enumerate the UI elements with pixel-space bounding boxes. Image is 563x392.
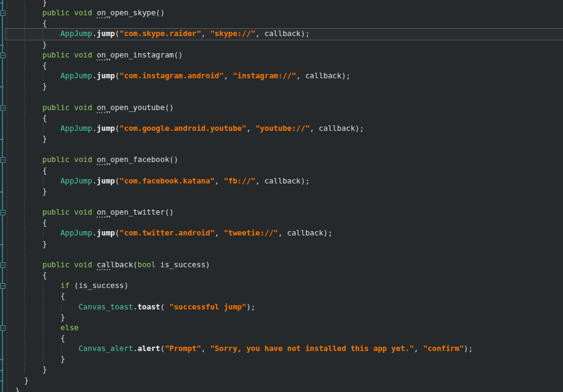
code-token: () [155,9,165,17]
code-line[interactable]: public void on_open_skype() [6,8,563,18]
code-line[interactable]: Canvas_alert.alert("Prompt", "Sorry, you… [6,344,563,354]
fold-end-marker [0,86,4,87]
fold-toggle-icon[interactable] [0,10,6,16]
code-token: AppJump [61,29,92,38]
code-line[interactable]: } [6,386,563,392]
code-line[interactable] [6,250,563,260]
code-token: . [92,177,97,185]
code-line[interactable]: } [6,0,563,8]
code-token: . [92,72,97,80]
code-token: "Prompt" [165,344,201,353]
code-line[interactable]: public void on_open_twitter() [6,207,563,218]
code-token: public [42,155,69,164]
code-line[interactable]: AppJump.jump("com.skype.raider", "skype:… [6,29,563,39]
fold-end-marker [0,2,4,4]
code-token [6,29,61,38]
code-line[interactable] [6,92,563,102]
code-token [6,124,61,133]
code-token: } [6,187,47,196]
folding-margin [0,0,6,392]
code-line[interactable]: } [6,40,563,50]
code-token [70,51,74,59]
fold-end-marker [0,139,4,140]
code-line[interactable]: AppJump.jump("com.google.android.youtube… [6,124,563,134]
code-token: { [6,271,47,279]
code-token [6,324,61,332]
code-line[interactable]: } [6,81,563,92]
code-line[interactable] [6,144,563,155]
code-token: , callback); [278,229,332,237]
code-line[interactable]: public void on_open_instagram() [6,50,563,61]
code-token: AppJump [61,124,92,133]
code-line[interactable]: AppJump.jump("com.twitter.android", "twe… [6,228,563,239]
code-token: } [6,40,47,49]
fold-end-marker [0,380,4,382]
code-line[interactable]: } [6,239,563,250]
code-line[interactable] [6,197,563,207]
code-line[interactable]: if (is_success) [6,281,563,291]
code-token [6,9,42,17]
code-line[interactable]: AppJump.jump("com.facebook.katana", "fb:… [6,176,563,187]
fold-end-marker [0,244,4,245]
fold-end-marker [0,370,4,371]
code-line[interactable]: { [6,333,563,344]
code-token: { [6,292,65,300]
code-token: public [42,51,69,59]
code-line[interactable]: public void callback(bool is_success) [6,260,563,270]
code-line[interactable]: { [6,270,563,281]
code-token: jump [97,177,115,185]
code-token [70,9,74,17]
code-token: } [6,313,65,322]
fold-toggle-icon[interactable] [0,53,6,58]
code-line[interactable]: Canvas_toast.toast( "successful jump"); [6,302,563,312]
code-line[interactable]: } [6,354,563,364]
code-token: , [414,344,423,353]
code-token: ); [464,344,473,353]
suggestion-dots: on_ [97,103,110,113]
fold-toggle-icon[interactable] [0,210,6,215]
code-token: jump [97,72,115,80]
code-token [92,208,97,216]
code-token: ( [115,177,119,185]
code-token: () [174,51,183,59]
code-token: () [170,155,179,164]
fold-guide-line [2,0,3,392]
code-line[interactable]: { [6,218,563,228]
fold-toggle-icon[interactable] [0,283,6,289]
code-line[interactable]: } [6,134,563,144]
fold-end-marker [0,191,4,193]
code-line[interactable]: } [6,364,563,375]
code-token: , [201,344,210,353]
fold-toggle-icon[interactable] [0,262,6,268]
code-token [92,155,97,164]
code-line[interactable]: { [6,291,563,301]
code-token [6,344,78,353]
code-line[interactable]: { [6,18,563,29]
code-line[interactable]: else [6,323,563,333]
code-token: void [74,103,92,112]
code-line[interactable]: public void on_open_facebook() [6,155,563,165]
suggestion-dots: on_ [97,155,110,165]
fold-toggle-icon[interactable] [0,105,6,111]
code-token [92,261,97,269]
code-token: , [201,29,210,38]
code-line[interactable]: } [6,187,563,197]
code-token: (is_success) [70,281,129,290]
code-line[interactable]: } [6,312,563,323]
code-token: } [6,82,47,91]
code-line[interactable]: { [6,113,563,124]
code-line[interactable]: { [6,61,563,71]
fold-toggle-icon[interactable] [0,325,6,331]
code-line[interactable]: public void on_open_youtube() [6,103,563,113]
code-token: jump [97,124,115,133]
code-line[interactable]: AppJump.jump("com.instagram.android", "i… [6,71,563,81]
code-token: ( [133,261,137,269]
code-line[interactable]: { [6,166,563,176]
fold-toggle-icon[interactable] [0,157,6,163]
code-line[interactable]: } [6,375,563,386]
code-area[interactable]: } public void on_open_skype() { AppJump.… [6,0,563,392]
code-token: } [6,0,47,7]
code-token: bool [138,261,156,269]
suggestion-dots: on_ [97,9,110,18]
code-token: ( [115,72,119,80]
